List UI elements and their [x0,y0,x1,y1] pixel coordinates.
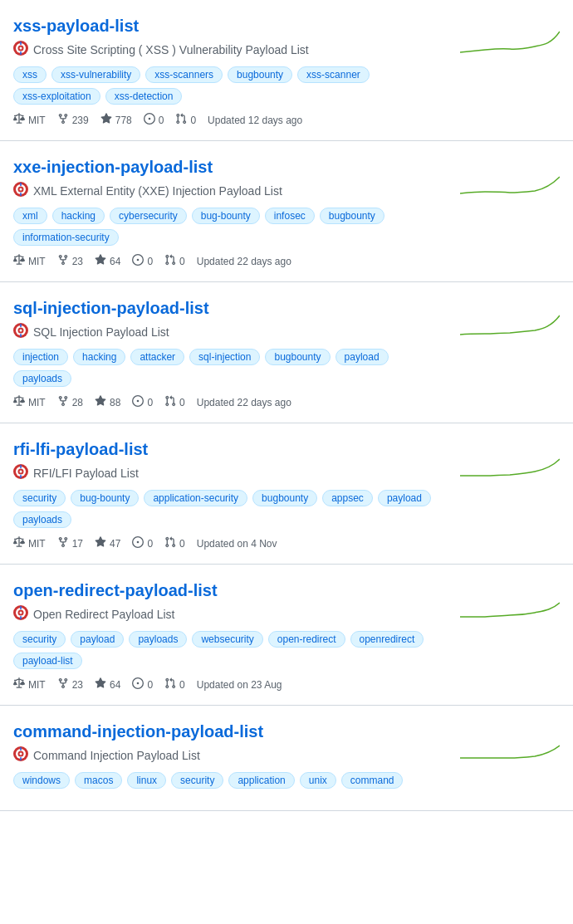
repo-tag[interactable]: payloads [13,511,71,528]
star-count: 64 [110,679,120,691]
repo-tag[interactable]: attacker [130,349,184,365]
star-icon [95,536,106,550]
license-label: MIT [28,397,46,408]
repo-meta: MIT 23 64 0 0 U [13,677,447,692]
fork-meta: 28 [57,395,83,409]
repo-tag[interactable]: hacking [52,208,105,224]
repo-tag[interactable]: xss-vulnerability [51,66,140,83]
fork-meta: 23 [57,677,83,692]
svg-rect-23 [20,475,22,478]
repo-tag[interactable]: sql-injection [189,349,260,365]
svg-rect-5 [20,51,22,55]
pr-meta: 0 [175,113,196,127]
repo-content: sql-injection-payload-list SQL Injection… [13,299,447,409]
repo-tag[interactable]: websecurity [192,631,262,648]
repo-description: Open Redirect Payload List [13,605,447,623]
issue-meta: 0 [132,254,153,268]
tags-row: injectionhackingattackersql-injectionbug… [13,349,447,387]
svg-rect-22 [20,465,22,468]
fork-icon [57,677,69,692]
repo-tag[interactable]: bugbounty [265,349,330,365]
star-count: 64 [110,256,120,267]
repo-tag[interactable]: payload [378,490,431,506]
repo-tag[interactable]: cybersecurity [110,208,187,224]
issue-icon [132,395,144,409]
license-meta: MIT [13,395,46,409]
repo-tag[interactable]: bugbounty [320,208,384,224]
pr-icon [164,536,176,550]
svg-point-9 [20,188,22,191]
repo-row: open-redirect-payload-list Open Redirect… [13,581,560,692]
repo-item: command-injection-payload-list Command I… [0,706,573,811]
tags-row: xmlhackingcybersecuritybug-bountyinfosec… [13,208,447,246]
license-icon [13,254,25,268]
repo-tag[interactable]: payloads [129,631,187,648]
pr-meta: 0 [164,677,185,692]
star-meta: 88 [95,395,120,409]
repo-tag[interactable]: security [13,490,66,506]
star-icon [95,395,106,409]
repo-tag[interactable]: appsec [322,490,373,506]
repo-tag[interactable]: xss-exploitation [13,88,100,105]
repo-title[interactable]: xxe-injection-payload-list [13,158,213,177]
pr-icon [164,677,176,692]
updated-text: Updated 12 days ago [208,115,302,126]
repo-tag[interactable]: payload [335,349,389,365]
repo-tag[interactable]: command [341,772,404,789]
sparkline-chart [460,306,560,339]
repo-description: Command Injection Payload List [13,746,447,764]
repo-tag[interactable]: open-redirect [268,631,345,648]
repo-title[interactable]: xss-payload-list [13,17,139,36]
repo-title[interactable]: open-redirect-payload-list [13,581,218,600]
repo-tag[interactable]: xss-scanner [297,66,370,83]
repo-tag[interactable]: openredirect [350,631,424,648]
repo-tag[interactable]: bugbounty [228,66,292,83]
repo-row: xss-payload-list Cross Site Scripting ( … [13,17,560,127]
repo-icon [13,464,28,482]
fork-count: 17 [72,538,83,550]
repo-tag[interactable]: xml [13,208,47,224]
repo-tag[interactable]: injection [13,349,68,365]
repo-item: xss-payload-list Cross Site Scripting ( … [0,0,573,141]
repo-tag[interactable]: security [171,772,223,789]
license-meta: MIT [13,677,46,692]
repo-tag[interactable]: information-security [13,229,119,246]
sparkline-container [460,164,560,214]
svg-point-27 [20,612,22,614]
repo-tag[interactable]: bug-bounty [192,208,260,224]
svg-rect-16 [20,324,22,327]
issue-icon [132,254,144,268]
repo-title[interactable]: rfi-lfi-payload-list [13,440,148,459]
repo-tag[interactable]: bugbounty [252,490,317,506]
repo-tag[interactable]: linux [127,772,166,789]
pr-icon [164,395,176,409]
pr-icon [175,113,187,127]
svg-rect-4 [20,42,22,45]
repo-tag[interactable]: bug-bounty [71,490,139,506]
repo-tag[interactable]: macos [75,772,122,789]
repo-tag[interactable]: application-security [144,490,247,506]
fork-icon [57,113,69,127]
repo-tag[interactable]: payloads [13,370,71,387]
repo-item: xxe-injection-payload-list XML External … [0,141,573,282]
repo-tag[interactable]: xss-scanners [145,66,223,83]
repo-tag[interactable]: security [13,631,66,648]
tags-row: windowsmacoslinuxsecurityapplicationunix… [13,772,447,789]
repo-tag[interactable]: xss-detection [105,88,183,105]
repo-title[interactable]: sql-injection-payload-list [13,299,209,318]
repo-tag[interactable]: payload [71,631,124,648]
repo-title[interactable]: command-injection-payload-list [13,722,263,741]
repo-tag[interactable]: unix [300,772,336,789]
repo-tag[interactable]: hacking [73,349,125,365]
repo-tag[interactable]: windows [13,772,70,789]
fork-meta: 17 [57,536,83,550]
updated-text: Updated on 4 Nov [197,538,277,550]
license-icon [13,677,25,692]
fork-icon [57,395,69,409]
pr-meta: 0 [164,536,185,550]
repo-tag[interactable]: application [228,772,294,789]
repo-tag[interactable]: infosec [265,208,315,224]
description-text: Open Redirect Payload List [33,608,174,621]
repo-tag[interactable]: payload-list [13,653,82,669]
repo-tag[interactable]: xss [13,66,47,83]
